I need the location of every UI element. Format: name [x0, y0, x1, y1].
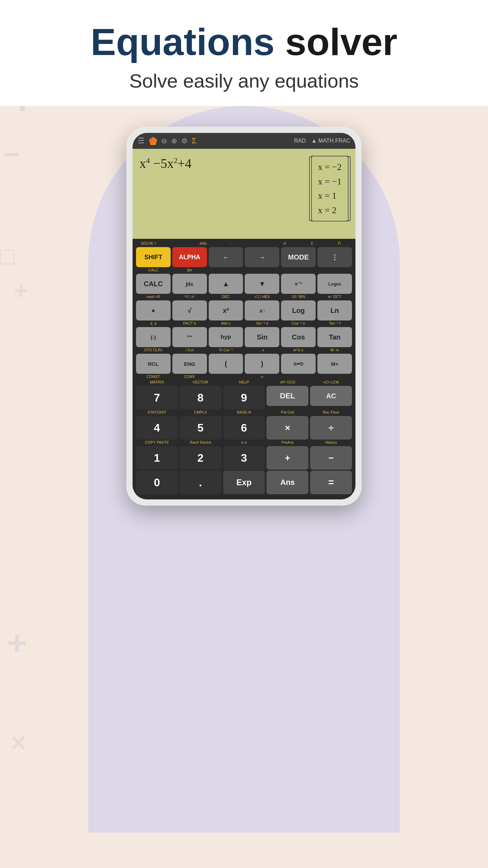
sublabel-vector: VECTOR — [180, 380, 222, 385]
sublabel-ran: Ran# RanInt — [180, 441, 222, 445]
right-arrow-button[interactable]: → — [245, 247, 279, 267]
integral-button[interactable]: ∫dx — [172, 274, 207, 294]
key-7[interactable]: 7 — [136, 386, 178, 409]
key-9[interactable]: 9 — [223, 386, 265, 409]
key-5[interactable]: 5 — [180, 416, 222, 440]
plus-circle-icon[interactable]: ⊕ — [171, 137, 177, 145]
equals-button[interactable]: = — [310, 471, 352, 494]
shift-button[interactable]: SHIFT — [136, 247, 171, 267]
result-4: x = 2 — [318, 203, 342, 218]
num-row3-sublabels: COPY PASTE Ran# RanInt π e PreAns Histor… — [136, 441, 352, 445]
calc-button[interactable]: CALC — [136, 274, 171, 294]
phone-inner: ☰ ⊖ ⊕ ⚙ Σ RAD ▲ MATH FRAC x4 −5x2+4 x = … — [133, 133, 355, 499]
multiply-button[interactable]: × — [266, 416, 308, 440]
ac-button[interactable]: AC — [310, 386, 352, 406]
log-button[interactable]: Log — [281, 300, 316, 320]
sublabel-pi-e: π e — [223, 441, 265, 445]
row2-sublabels: CALC ∫dx — [136, 268, 352, 273]
row3-sublabels: mod +R ³√□ x³ DEC √□□ HEX 10ˣ BIN eˣ OCT — [136, 295, 352, 300]
row1-sublabels: SOLVE = d/dx : x! Σ Π — [136, 242, 352, 246]
sublabel-ddx: d/dx — [190, 242, 216, 246]
calc-keyboard: SOLVE = d/dx : x! Σ Π SHIFT ALPHA ← → MO… — [133, 239, 355, 499]
menu-icon[interactable]: ☰ — [138, 136, 145, 145]
minus-button[interactable]: − — [310, 446, 352, 470]
settings-icon[interactable]: ⚙ — [181, 137, 188, 145]
open-paren-button[interactable]: ( — [209, 354, 243, 374]
sublabel-intdx: ∫dx — [172, 268, 207, 273]
plus-button[interactable]: + — [266, 446, 308, 470]
sublabel-cmplx: CMPLX — [180, 410, 222, 415]
key-row-5: RCL ENG ( ) S⇌D M+ — [136, 354, 352, 374]
num-row-2: 4 5 6 × ÷ — [136, 416, 352, 440]
key-4[interactable]: 4 — [136, 416, 178, 440]
ln-button[interactable]: Ln — [317, 300, 352, 320]
sublabel-frac: aᵇ/c y — [281, 348, 316, 353]
mplus-button[interactable]: M+ — [317, 354, 352, 374]
main-title: Equations solver — [14, 21, 474, 63]
sublabel-oct: eˣ OCT — [317, 295, 352, 300]
sublabel-empty2 — [245, 242, 271, 246]
neg-button[interactable]: (-) — [136, 327, 171, 347]
left-arrow-button[interactable]: ← — [209, 247, 243, 267]
mode-button[interactable]: MODE — [281, 247, 316, 267]
up-arrow-button[interactable]: ▲ — [209, 274, 243, 294]
eng-button[interactable]: ENG — [172, 354, 207, 374]
sublabel-bin: 10ˣ BIN — [281, 295, 316, 300]
header-section: Equations solver Solve easily any equati… — [0, 0, 488, 106]
fraction-button[interactable]: ▪ — [136, 300, 171, 320]
row6-sublabels: CONST CONV ∞ — [136, 375, 352, 380]
log-base-button[interactable]: Logax — [317, 274, 352, 294]
sublabel-ncr-lcm: nCr LCM — [310, 380, 352, 385]
cos-button[interactable]: Cos — [281, 327, 316, 347]
key-1[interactable]: 1 — [136, 446, 178, 470]
divide-button[interactable]: ÷ — [310, 416, 352, 440]
x-squared-button[interactable]: x² — [209, 300, 243, 320]
key-2[interactable]: 2 — [180, 446, 222, 470]
results-box: x = −2 x = −1 x = 1 x = 2 — [311, 156, 349, 221]
key-0[interactable]: 0 — [136, 471, 178, 494]
sin-button[interactable]: Sin — [245, 327, 279, 347]
key-6[interactable]: 6 — [223, 416, 265, 440]
del-button[interactable]: DEL — [266, 386, 308, 406]
gem-icon — [149, 137, 157, 145]
sublabel-inf: ∞ — [245, 375, 279, 380]
num-row2-sublabels: STAT/DIST CMPLX BASE-N Pol Ceil Rec Floo… — [136, 410, 352, 415]
hyp-button[interactable]: hyp — [209, 327, 243, 347]
sublabel-history: History — [310, 441, 352, 445]
sublabel-empty6 — [317, 268, 352, 273]
x-power-button[interactable]: x□ — [245, 300, 279, 320]
sublabel-abs: Abs c — [209, 322, 243, 326]
key-3[interactable]: 3 — [223, 446, 265, 470]
sublabel-cos1: Cos⁻¹ e — [281, 322, 316, 326]
sublabel-angle: ∠ a — [136, 322, 171, 326]
down-arrow-button[interactable]: ▼ — [245, 274, 279, 294]
alpha-button[interactable]: ALPHA — [172, 247, 207, 267]
exp-button[interactable]: Exp — [223, 471, 265, 494]
key-8[interactable]: 8 — [180, 386, 222, 409]
sublabel-copy-paste: COPY PASTE — [136, 441, 178, 445]
result-2: x = −1 — [318, 174, 342, 189]
title-solver: solver — [275, 20, 398, 63]
math-frac-label: ▲ MATH FRAC — [311, 138, 350, 144]
sqrt-button[interactable]: √ — [172, 300, 207, 320]
deg-button[interactable]: °'" — [172, 327, 207, 347]
ans-button[interactable]: Ans — [266, 471, 308, 494]
rad-label: RAD — [294, 138, 306, 144]
sd-button[interactable]: S⇌D — [281, 354, 316, 374]
dot-button[interactable]: . — [180, 471, 222, 494]
calc-display: x4 −5x2+4 x = −2 x = −1 x = 1 x = 2 — [133, 149, 355, 239]
more-button[interactable]: ⋮ — [317, 247, 352, 267]
key-row-4: (-) °'" hyp Sin Cos Tan — [136, 327, 352, 347]
sublabel-sin1: Sin⁻¹ d — [245, 322, 279, 326]
sublabel-cbrt: ³√□ x³ — [172, 295, 207, 300]
sublabel-empty9 — [317, 375, 352, 380]
sublabel-pi: Π — [326, 242, 352, 246]
rcl-button[interactable]: RCL — [136, 354, 171, 374]
sublabel-empty5 — [281, 268, 316, 273]
minus-circle-icon[interactable]: ⊖ — [161, 137, 167, 145]
sublabel-cot: i Cot — [172, 348, 207, 353]
x-inverse-button[interactable]: x⁻¹ — [281, 274, 316, 294]
tan-button[interactable]: Tan — [317, 327, 352, 347]
close-paren-button[interactable]: ) — [245, 354, 279, 374]
bracket-right — [347, 156, 351, 221]
